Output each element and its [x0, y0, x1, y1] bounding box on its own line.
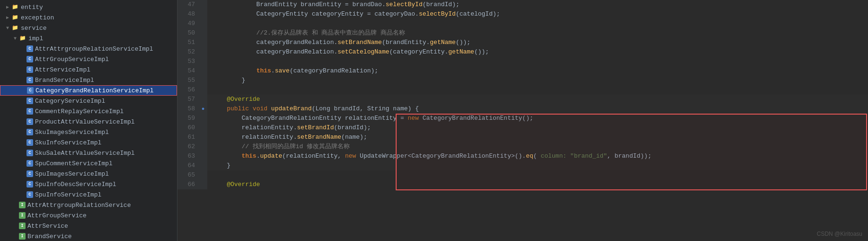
sidebar-item-impl[interactable]: ▼ 📁 impl	[0, 33, 177, 44]
interface-icon: I	[19, 233, 26, 240]
sidebar-item-categorybrand-impl[interactable]: C CategoryBrandRelationServiceImpl	[0, 85, 177, 96]
sidebar-item-productattr-impl[interactable]: C ProductAttrValueServiceImpl	[0, 116, 177, 127]
line-code: public void updateBrand(Long brandId, St…	[207, 104, 868, 114]
sidebar-item-attrattrgroup-service[interactable]: I AttrAttrgroupRelationService	[0, 200, 177, 210]
line-code: }	[207, 161, 868, 170]
sidebar-item-attrattrgroup-impl[interactable]: C AttrAttrgroupRelationServiceImpl	[0, 44, 177, 54]
sidebar-item-category-impl[interactable]: C CategoryServiceImpl	[0, 96, 177, 106]
sidebar-item-label: SpuInfoServiceImpl	[35, 191, 101, 198]
sidebar-item-label: AttrGroupServiceImpl	[35, 56, 109, 63]
line-number: 66	[177, 180, 199, 189]
table-row: 55 }	[177, 76, 868, 85]
sidebar-item-label: impl	[28, 35, 43, 42]
line-number: 58	[177, 104, 199, 114]
sidebar-item-spuinfo-impl[interactable]: C SpuInfoServiceImpl	[0, 189, 177, 200]
class-icon: C	[27, 150, 33, 156]
line-gutter	[199, 180, 207, 189]
expand-arrow: ▼	[11, 36, 19, 41]
table-row: 58 ● public void updateBrand(Long brandI…	[177, 104, 868, 114]
line-gutter	[199, 152, 207, 161]
line-number: 62	[177, 142, 199, 152]
table-row: 47 BrandEntity brandEntity = brandDao.se…	[177, 0, 868, 9]
line-number: 60	[177, 123, 199, 133]
class-icon: C	[27, 77, 33, 83]
line-gutter	[199, 28, 207, 38]
line-code: this.update(relationEntity, new UpdateWr…	[207, 152, 868, 161]
line-code: CategoryBrandRelationEntity relationEnti…	[207, 114, 868, 123]
line-code: relationEntity.setBrandName(name);	[207, 133, 868, 142]
table-row: 65	[177, 170, 868, 180]
line-gutter	[199, 161, 207, 170]
sidebar-item-entity[interactable]: ▶ 📁 entity	[0, 2, 177, 12]
folder-icon: 📁	[11, 3, 19, 11]
line-code: CategoryEntity categoryEntity = category…	[207, 9, 868, 19]
sidebar-item-label: AttrAttrgroupRelationServiceImpl	[35, 45, 153, 53]
class-icon: C	[27, 66, 33, 73]
expand-arrow: ▶	[4, 15, 11, 20]
sidebar-item-attrgroup-impl[interactable]: C AttrGroupServiceImpl	[0, 54, 177, 64]
interface-icon: I	[19, 202, 26, 208]
table-row: 62 // 找到相同的品牌id 修改其品牌名称	[177, 142, 868, 152]
watermark: CSDN @Kiritoasu	[817, 231, 862, 237]
line-number: 65	[177, 170, 199, 180]
table-row: 52 categoryBrandRelation.setCatelogName(…	[177, 47, 868, 57]
line-code	[207, 170, 868, 180]
sidebar-item-service[interactable]: ▼ 📁 service	[0, 23, 177, 33]
sidebar-item-spuinfodesc-impl[interactable]: C SpuInfoDescServiceImpl	[0, 179, 177, 189]
line-gutter: ●	[199, 104, 207, 114]
class-icon: C	[27, 45, 33, 52]
class-icon: C	[27, 87, 34, 94]
line-number: 51	[177, 38, 199, 47]
sidebar-item-label: BrandService	[27, 233, 72, 240]
line-code: //2.保存从品牌表 和 商品表中查出的品牌 商品名称	[207, 28, 868, 38]
sidebar-item-label: entity	[21, 4, 43, 11]
line-gutter	[199, 19, 207, 28]
sidebar-item-attr-impl[interactable]: C AttrServiceImpl	[0, 64, 177, 75]
interface-icon: I	[19, 223, 26, 229]
sidebar-item-attrgroup-service[interactable]: I AttrGroupService	[0, 210, 177, 221]
line-number: 56	[177, 85, 199, 95]
sidebar-item-skuinfo-impl[interactable]: C SkuInfoServiceImpl	[0, 137, 177, 148]
line-gutter	[199, 133, 207, 142]
class-icon: C	[27, 181, 33, 187]
table-row: 54 this.save(categoryBrandRelation);	[177, 66, 868, 76]
class-icon: C	[27, 56, 33, 62]
line-number: 52	[177, 47, 199, 57]
line-gutter	[199, 66, 207, 76]
class-icon: C	[27, 129, 33, 135]
line-gutter	[199, 0, 207, 9]
class-icon: C	[27, 191, 33, 198]
line-gutter	[199, 123, 207, 133]
sidebar-item-skusaleattrvalue-impl[interactable]: C SkuSaleAttrValueServiceImpl	[0, 148, 177, 158]
table-row: 60 relationEntity.setBrandId(brandId);	[177, 123, 868, 133]
sidebar-item-brand-service[interactable]: I BrandService	[0, 231, 177, 241]
sidebar-item-label: SkuInfoServiceImpl	[35, 139, 101, 146]
line-gutter	[199, 95, 207, 104]
folder-icon: 📁	[19, 35, 27, 42]
sidebar-item-spucomment-impl[interactable]: C SpuCommentServiceImpl	[0, 158, 177, 169]
sidebar-item-exception[interactable]: ▶ 📁 exception	[0, 12, 177, 23]
class-icon: C	[27, 139, 33, 146]
line-gutter	[199, 142, 207, 152]
code-editor: 47 BrandEntity brandEntity = brandDao.se…	[177, 0, 868, 241]
line-code: // 找到相同的品牌id 修改其品牌名称	[207, 142, 868, 152]
line-gutter	[199, 9, 207, 19]
folder-icon: 📁	[11, 14, 19, 21]
line-code	[207, 57, 868, 66]
line-code	[207, 85, 868, 95]
class-icon: C	[27, 170, 33, 177]
sidebar-item-brand-impl[interactable]: C BrandServiceImpl	[0, 75, 177, 85]
sidebar-item-skuimages-impl[interactable]: C SkuImagesServiceImpl	[0, 127, 177, 137]
line-number: 49	[177, 19, 199, 28]
line-code: @Override	[207, 180, 868, 189]
code-lines: 47 BrandEntity brandEntity = brandDao.se…	[177, 0, 868, 189]
line-number: 59	[177, 114, 199, 123]
line-gutter	[199, 170, 207, 180]
file-tree[interactable]: ▶ 📁 entity ▶ 📁 exception ▼ 📁 service ▼ 📁…	[0, 0, 177, 241]
folder-icon: 📁	[11, 24, 19, 32]
sidebar-item-comment-impl[interactable]: C CommentReplayServiceImpl	[0, 106, 177, 116]
line-gutter	[199, 85, 207, 95]
sidebar-item-spuimages-impl[interactable]: C SpuImagesServiceImpl	[0, 169, 177, 179]
sidebar-item-attr-service[interactable]: I AttrService	[0, 221, 177, 231]
line-number: 54	[177, 66, 199, 76]
